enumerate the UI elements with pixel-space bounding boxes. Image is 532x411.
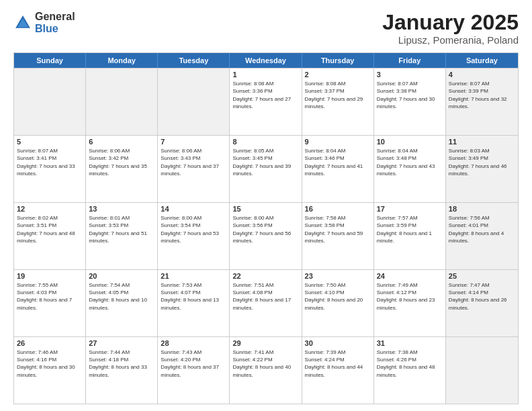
day-info: Sunrise: 7:38 AM Sunset: 4:26 PM Dayligh… — [377, 349, 443, 379]
calendar-cell: 16Sunrise: 7:58 AM Sunset: 3:58 PM Dayli… — [302, 203, 374, 269]
day-info: Sunrise: 8:03 AM Sunset: 3:49 PM Dayligh… — [449, 147, 515, 177]
day-info: Sunrise: 7:43 AM Sunset: 4:20 PM Dayligh… — [161, 349, 226, 379]
day-number: 26 — [17, 339, 83, 347]
calendar-cell — [158, 68, 230, 135]
day-info: Sunrise: 8:07 AM Sunset: 3:38 PM Dayligh… — [377, 80, 443, 110]
day-info: Sunrise: 7:51 AM Sunset: 4:08 PM Dayligh… — [232, 281, 298, 312]
day-info: Sunrise: 8:06 AM Sunset: 3:43 PM Dayligh… — [161, 147, 226, 177]
day-info: Sunrise: 8:00 AM Sunset: 3:54 PM Dayligh… — [161, 214, 226, 244]
day-number: 16 — [305, 205, 371, 213]
title-block: January 2025 Lipusz, Pomerania, Poland — [382, 11, 519, 46]
day-number: 3 — [377, 71, 443, 79]
calendar-cell: 3Sunrise: 8:07 AM Sunset: 3:38 PM Daylig… — [374, 68, 446, 135]
day-number: 17 — [377, 205, 443, 213]
logo-general-text: General — [35, 11, 75, 23]
day-number: 23 — [305, 272, 371, 280]
calendar-cell — [14, 68, 86, 135]
calendar-cell: 25Sunrise: 7:47 AM Sunset: 4:14 PM Dayli… — [446, 270, 518, 336]
day-info: Sunrise: 7:41 AM Sunset: 4:22 PM Dayligh… — [232, 349, 298, 379]
day-number: 31 — [377, 339, 443, 347]
calendar: SundayMondayTuesdayWednesdayThursdayFrid… — [13, 52, 519, 404]
calendar-cell: 20Sunrise: 7:54 AM Sunset: 4:05 PM Dayli… — [86, 270, 158, 336]
day-info: Sunrise: 8:08 AM Sunset: 3:36 PM Dayligh… — [232, 80, 298, 110]
day-number: 18 — [449, 205, 515, 213]
header: General Blue January 2025 Lipusz, Pomera… — [13, 11, 519, 46]
calendar-cell: 23Sunrise: 7:50 AM Sunset: 4:10 PM Dayli… — [302, 270, 374, 336]
day-number: 7 — [161, 138, 226, 146]
weekday-header: Saturday — [446, 53, 518, 68]
day-number: 29 — [232, 339, 298, 347]
day-number: 14 — [161, 205, 226, 213]
day-info: Sunrise: 7:53 AM Sunset: 4:07 PM Dayligh… — [161, 281, 226, 312]
calendar-cell — [86, 68, 158, 135]
weekday-header: Tuesday — [158, 53, 230, 68]
calendar-cell: 10Sunrise: 8:04 AM Sunset: 3:48 PM Dayli… — [374, 136, 446, 202]
calendar-cell: 30Sunrise: 7:39 AM Sunset: 4:24 PM Dayli… — [302, 337, 374, 404]
day-number: 25 — [449, 272, 515, 280]
calendar-week: 19Sunrise: 7:55 AM Sunset: 4:03 PM Dayli… — [14, 269, 518, 336]
weekday-header: Thursday — [302, 53, 374, 68]
calendar-body: 1Sunrise: 8:08 AM Sunset: 3:36 PM Daylig… — [14, 68, 518, 404]
day-info: Sunrise: 7:57 AM Sunset: 3:59 PM Dayligh… — [377, 214, 443, 244]
calendar-cell: 2Sunrise: 8:08 AM Sunset: 3:37 PM Daylig… — [302, 68, 374, 135]
logo-icon — [13, 13, 32, 32]
day-info: Sunrise: 7:39 AM Sunset: 4:24 PM Dayligh… — [305, 349, 371, 379]
day-number: 21 — [161, 272, 226, 280]
calendar-cell: 31Sunrise: 7:38 AM Sunset: 4:26 PM Dayli… — [374, 337, 446, 404]
day-number: 22 — [232, 272, 298, 280]
calendar-week: 26Sunrise: 7:46 AM Sunset: 4:16 PM Dayli… — [14, 336, 518, 404]
calendar-week: 5Sunrise: 8:07 AM Sunset: 3:41 PM Daylig… — [14, 135, 518, 202]
day-number: 13 — [89, 205, 154, 213]
calendar-week: 1Sunrise: 8:08 AM Sunset: 3:36 PM Daylig… — [14, 68, 518, 135]
calendar-title: January 2025 — [382, 11, 519, 34]
day-info: Sunrise: 8:08 AM Sunset: 3:37 PM Dayligh… — [305, 80, 371, 110]
day-info: Sunrise: 8:04 AM Sunset: 3:48 PM Dayligh… — [377, 147, 443, 177]
logo: General Blue — [13, 11, 75, 34]
calendar-cell: 11Sunrise: 8:03 AM Sunset: 3:49 PM Dayli… — [446, 136, 518, 202]
day-info: Sunrise: 7:56 AM Sunset: 4:01 PM Dayligh… — [449, 214, 515, 244]
day-number: 30 — [305, 339, 371, 347]
day-number: 5 — [17, 138, 83, 146]
weekday-header: Sunday — [14, 53, 86, 68]
day-number: 12 — [17, 205, 83, 213]
day-number: 4 — [449, 71, 515, 79]
calendar-week: 12Sunrise: 8:02 AM Sunset: 3:51 PM Dayli… — [14, 202, 518, 269]
calendar-cell: 1Sunrise: 8:08 AM Sunset: 3:36 PM Daylig… — [230, 68, 302, 135]
calendar-cell: 14Sunrise: 8:00 AM Sunset: 3:54 PM Dayli… — [158, 203, 230, 269]
day-info: Sunrise: 7:49 AM Sunset: 4:12 PM Dayligh… — [377, 281, 443, 312]
day-info: Sunrise: 7:50 AM Sunset: 4:10 PM Dayligh… — [305, 281, 371, 312]
calendar-cell: 17Sunrise: 7:57 AM Sunset: 3:59 PM Dayli… — [374, 203, 446, 269]
calendar-cell: 22Sunrise: 7:51 AM Sunset: 4:08 PM Dayli… — [230, 270, 302, 336]
day-info: Sunrise: 7:58 AM Sunset: 3:58 PM Dayligh… — [305, 214, 371, 244]
page: General Blue January 2025 Lipusz, Pomera… — [0, 0, 532, 411]
calendar-cell: 27Sunrise: 7:44 AM Sunset: 4:18 PM Dayli… — [86, 337, 158, 404]
day-number: 20 — [89, 272, 154, 280]
day-number: 28 — [161, 339, 226, 347]
calendar-cell: 4Sunrise: 8:07 AM Sunset: 3:39 PM Daylig… — [446, 68, 518, 135]
weekday-header: Wednesday — [230, 53, 302, 68]
calendar-header: SundayMondayTuesdayWednesdayThursdayFrid… — [14, 53, 518, 68]
day-number: 2 — [305, 71, 371, 79]
day-info: Sunrise: 7:44 AM Sunset: 4:18 PM Dayligh… — [89, 349, 154, 379]
logo-blue-text: Blue — [35, 23, 75, 35]
calendar-cell: 21Sunrise: 7:53 AM Sunset: 4:07 PM Dayli… — [158, 270, 230, 336]
calendar-cell: 9Sunrise: 8:04 AM Sunset: 3:46 PM Daylig… — [302, 136, 374, 202]
day-number: 11 — [449, 138, 515, 146]
calendar-cell: 7Sunrise: 8:06 AM Sunset: 3:43 PM Daylig… — [158, 136, 230, 202]
day-info: Sunrise: 7:47 AM Sunset: 4:14 PM Dayligh… — [449, 281, 515, 312]
day-info: Sunrise: 8:01 AM Sunset: 3:53 PM Dayligh… — [89, 214, 154, 244]
day-info: Sunrise: 7:46 AM Sunset: 4:16 PM Dayligh… — [17, 349, 83, 379]
day-info: Sunrise: 7:55 AM Sunset: 4:03 PM Dayligh… — [17, 281, 83, 312]
day-number: 24 — [377, 272, 443, 280]
day-number: 19 — [17, 272, 83, 280]
weekday-header: Monday — [86, 53, 158, 68]
calendar-cell: 15Sunrise: 8:00 AM Sunset: 3:56 PM Dayli… — [230, 203, 302, 269]
calendar-cell: 29Sunrise: 7:41 AM Sunset: 4:22 PM Dayli… — [230, 337, 302, 404]
calendar-cell: 26Sunrise: 7:46 AM Sunset: 4:16 PM Dayli… — [14, 337, 86, 404]
calendar-cell — [446, 337, 518, 404]
calendar-cell: 24Sunrise: 7:49 AM Sunset: 4:12 PM Dayli… — [374, 270, 446, 336]
calendar-cell: 28Sunrise: 7:43 AM Sunset: 4:20 PM Dayli… — [158, 337, 230, 404]
day-info: Sunrise: 8:06 AM Sunset: 3:42 PM Dayligh… — [89, 147, 154, 177]
day-number: 1 — [232, 71, 298, 79]
calendar-cell: 5Sunrise: 8:07 AM Sunset: 3:41 PM Daylig… — [14, 136, 86, 202]
